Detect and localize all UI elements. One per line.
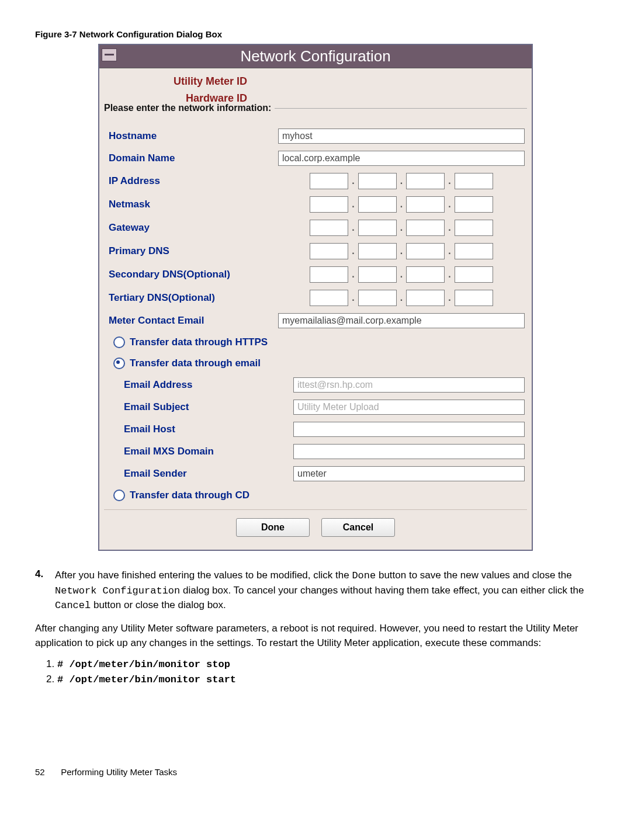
secondary-dns-input[interactable]: . . . bbox=[278, 266, 525, 283]
email-mxs-domain-input[interactable] bbox=[293, 444, 525, 459]
primary-dns-input[interactable]: . . . bbox=[278, 243, 525, 259]
page-number: 52 bbox=[35, 767, 58, 777]
radio-transfer-email[interactable] bbox=[113, 357, 125, 369]
command-list: # /opt/meter/bin/monitor stop # /opt/met… bbox=[35, 658, 596, 685]
meter-contact-email-label: Meter Contact Email bbox=[106, 315, 278, 327]
cancel-button[interactable]: Cancel bbox=[321, 518, 395, 537]
utility-meter-id-label: Utility Meter ID bbox=[104, 75, 251, 88]
hostname-label: Hostname bbox=[106, 130, 278, 142]
dialog-titlebar: Network Configuration bbox=[99, 45, 532, 68]
secondary-dns-label: Secondary DNS(Optional) bbox=[106, 269, 278, 280]
domain-name-input[interactable] bbox=[278, 151, 525, 166]
command-stop: # /opt/meter/bin/monitor stop bbox=[57, 659, 230, 670]
fieldset-label: Please enter the network information: bbox=[104, 108, 527, 125]
email-address-label: Email Address bbox=[106, 379, 293, 391]
step-4: 4. After you have finished entering the … bbox=[35, 568, 596, 613]
netmask-label: Netmask bbox=[106, 199, 278, 210]
footer-section-title: Performing Utility Meter Tasks bbox=[61, 767, 177, 777]
command-start: # /opt/meter/bin/monitor start bbox=[57, 674, 236, 685]
email-subject-label: Email Subject bbox=[106, 401, 293, 413]
restart-paragraph: After changing any Utility Meter softwar… bbox=[35, 622, 596, 650]
hostname-input[interactable] bbox=[278, 129, 525, 144]
radio-transfer-https[interactable] bbox=[113, 336, 125, 348]
system-menu-icon[interactable] bbox=[102, 48, 117, 61]
dialog-title: Network Configuration bbox=[240, 47, 390, 65]
network-config-dialog: Network Configuration Utility Meter ID H… bbox=[98, 44, 533, 551]
step-4-text: After you have finished entering the val… bbox=[55, 568, 596, 613]
gateway-input[interactable]: . . . bbox=[278, 220, 525, 236]
primary-dns-label: Primary DNS bbox=[106, 245, 278, 257]
ip-address-input[interactable]: . . . bbox=[278, 173, 525, 189]
step-4-number: 4. bbox=[35, 568, 55, 613]
ip-address-label: IP Address bbox=[106, 175, 278, 187]
email-host-label: Email Host bbox=[106, 424, 293, 435]
email-sender-label: Email Sender bbox=[106, 468, 293, 480]
email-host-input[interactable] bbox=[293, 422, 525, 437]
tertiary-dns-input[interactable]: . . . bbox=[278, 290, 525, 306]
tertiary-dns-label: Tertiary DNS(Optional) bbox=[106, 292, 278, 304]
email-sender-input[interactable] bbox=[293, 466, 525, 481]
radio-transfer-email-label: Transfer data through email bbox=[130, 357, 261, 369]
page-footer: 52 Performing Utility Meter Tasks bbox=[35, 767, 596, 777]
email-mxs-domain-label: Email MXS Domain bbox=[106, 446, 293, 457]
figure-caption: Figure 3-7 Network Configuration Dialog … bbox=[35, 29, 596, 39]
meter-contact-email-input[interactable] bbox=[278, 313, 525, 328]
done-button[interactable]: Done bbox=[236, 518, 310, 537]
gateway-label: Gateway bbox=[106, 222, 278, 234]
domain-name-label: Domain Name bbox=[106, 152, 278, 164]
radio-transfer-https-label: Transfer data through HTTPS bbox=[130, 336, 268, 348]
email-address-input[interactable] bbox=[293, 377, 525, 393]
email-subject-input[interactable] bbox=[293, 400, 525, 415]
netmask-input[interactable]: . . . bbox=[278, 196, 525, 213]
radio-transfer-cd-label: Transfer data through CD bbox=[130, 490, 249, 501]
radio-transfer-cd[interactable] bbox=[113, 490, 125, 501]
